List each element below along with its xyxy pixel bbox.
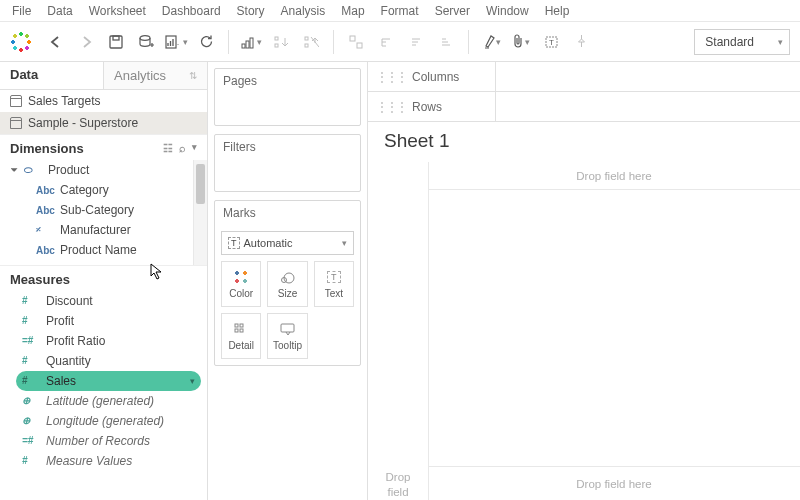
field-product-folder[interactable]: ⏷ ⬭ Product bbox=[0, 160, 207, 180]
tooltip-icon bbox=[280, 321, 295, 337]
back-button[interactable] bbox=[42, 28, 70, 56]
svg-point-2 bbox=[140, 35, 150, 40]
marks-detail-button[interactable]: Detail bbox=[221, 313, 261, 359]
view-canvas[interactable]: Drop field here Dropfield Drop field her… bbox=[368, 162, 800, 500]
svg-rect-10 bbox=[305, 44, 308, 47]
forward-button[interactable] bbox=[72, 28, 100, 56]
sort2-button[interactable] bbox=[402, 28, 430, 56]
text-icon: T bbox=[327, 269, 341, 285]
chevron-down-icon[interactable]: ▾ bbox=[190, 376, 195, 386]
field-manufacturer[interactable]: 𝄎Manufacturer bbox=[0, 220, 207, 240]
menu-dashboard[interactable]: Dashboard bbox=[162, 4, 221, 18]
menu-worksheet[interactable]: Worksheet bbox=[89, 4, 146, 18]
fit-dropdown[interactable]: Standard ▾ bbox=[694, 29, 790, 55]
datasource-sample-superstore[interactable]: Sample - Superstore bbox=[0, 112, 207, 134]
marks-text-button[interactable]: TText bbox=[314, 261, 354, 307]
menu-help[interactable]: Help bbox=[545, 4, 570, 18]
color-icon bbox=[234, 270, 248, 284]
tableau-logo-icon[interactable] bbox=[10, 31, 32, 53]
menu-analysis[interactable]: Analysis bbox=[281, 4, 326, 18]
drop-field-hint: Drop field here bbox=[428, 466, 800, 500]
toolbar: ▾ ▾ ▾ ▾ T Standard ▾ bbox=[0, 22, 800, 62]
chevron-down-icon: ▾ bbox=[342, 238, 347, 248]
svg-rect-13 bbox=[357, 43, 362, 48]
pages-shelf[interactable]: Pages bbox=[214, 68, 361, 126]
labels-button[interactable]: T bbox=[537, 28, 565, 56]
svg-text:T: T bbox=[549, 38, 554, 47]
menu-window[interactable]: Window bbox=[486, 4, 529, 18]
svg-rect-18 bbox=[235, 324, 238, 327]
field-measure-values[interactable]: #Measure Values bbox=[0, 451, 207, 471]
menu-file[interactable]: File bbox=[12, 4, 31, 18]
menu-data[interactable]: Data bbox=[47, 4, 72, 18]
svg-rect-7 bbox=[275, 37, 278, 40]
datasource-icon bbox=[10, 117, 22, 129]
globe-icon: ⊕ bbox=[22, 415, 40, 426]
marks-size-button[interactable]: Size bbox=[267, 261, 307, 307]
field-profit-ratio[interactable]: =#Profit Ratio bbox=[0, 331, 207, 351]
svg-rect-8 bbox=[275, 44, 278, 47]
sort3-button[interactable] bbox=[432, 28, 460, 56]
menu-story[interactable]: Story bbox=[237, 4, 265, 18]
view-pane: ⋮⋮⋮Columns ⋮⋮⋮Rows Sheet 1 Drop field he… bbox=[368, 62, 800, 500]
chevron-down-icon[interactable]: ▾ bbox=[192, 142, 197, 155]
chevron-down-icon: ▾ bbox=[183, 37, 188, 47]
folder-icon: ⬭ bbox=[24, 164, 42, 176]
drop-rows-hint: Dropfield bbox=[376, 470, 420, 500]
marks-tooltip-button[interactable]: Tooltip bbox=[267, 313, 307, 359]
dimensions-header: Dimensions ☷ ⌕ ▾ bbox=[0, 134, 207, 160]
datasource-sales-targets[interactable]: Sales Targets bbox=[0, 90, 207, 112]
tab-analytics[interactable]: Analytics⇅ bbox=[103, 62, 207, 89]
grip-icon: ⋮⋮⋮ bbox=[376, 70, 406, 84]
clip-icon: 𝄎 bbox=[36, 224, 54, 236]
measures-header: Measures bbox=[0, 265, 207, 291]
tab-data[interactable]: Data bbox=[0, 62, 103, 89]
scrollbar[interactable] bbox=[193, 160, 207, 265]
highlight-button[interactable]: ▾ bbox=[477, 28, 505, 56]
filters-shelf[interactable]: Filters bbox=[214, 134, 361, 192]
swap-button[interactable]: ▾ bbox=[237, 28, 265, 56]
menu-bar: File Data Worksheet Dashboard Story Anal… bbox=[0, 0, 800, 22]
field-category[interactable]: AbcCategory bbox=[0, 180, 207, 200]
field-profit[interactable]: #Profit bbox=[0, 311, 207, 331]
new-datasource-button[interactable] bbox=[132, 28, 160, 56]
view-list-icon[interactable]: ☷ bbox=[163, 142, 173, 155]
svg-rect-1 bbox=[113, 36, 119, 40]
new-sheet-button[interactable]: ▾ bbox=[162, 28, 190, 56]
toolbar-divider bbox=[333, 30, 334, 54]
attach-button[interactable]: ▾ bbox=[507, 28, 535, 56]
save-button[interactable] bbox=[102, 28, 130, 56]
fit-dropdown-label: Standard bbox=[705, 35, 754, 49]
sheet-title[interactable]: Sheet 1 bbox=[368, 122, 800, 162]
field-longitude[interactable]: ⊕Longitude (generated) bbox=[0, 411, 207, 431]
marks-card: Marks TAutomatic ▾ Color Size TText Deta… bbox=[214, 200, 361, 366]
field-discount[interactable]: #Discount bbox=[0, 291, 207, 311]
menu-format[interactable]: Format bbox=[381, 4, 419, 18]
field-latitude[interactable]: ⊕Latitude (generated) bbox=[0, 391, 207, 411]
sort-desc-button[interactable] bbox=[297, 28, 325, 56]
group-button[interactable] bbox=[342, 28, 370, 56]
field-product-name[interactable]: AbcProduct Name bbox=[0, 240, 207, 260]
columns-shelf[interactable]: ⋮⋮⋮Columns bbox=[368, 62, 800, 92]
cards-column: Pages Filters Marks TAutomatic ▾ Color S… bbox=[208, 62, 368, 500]
menu-server[interactable]: Server bbox=[435, 4, 470, 18]
menu-map[interactable]: Map bbox=[341, 4, 364, 18]
svg-rect-12 bbox=[350, 36, 355, 41]
pin-button[interactable] bbox=[567, 28, 595, 56]
detail-icon bbox=[234, 321, 248, 337]
size-icon bbox=[279, 269, 295, 285]
sort-asc-button[interactable] bbox=[267, 28, 295, 56]
field-subcategory[interactable]: AbcSub-Category bbox=[0, 200, 207, 220]
mark-type-dropdown[interactable]: TAutomatic ▾ bbox=[221, 231, 354, 255]
search-icon[interactable]: ⌕ bbox=[179, 142, 186, 155]
caret-down-icon: ⏷ bbox=[10, 165, 18, 175]
marks-color-button[interactable]: Color bbox=[221, 261, 261, 307]
rows-shelf[interactable]: ⋮⋮⋮Rows bbox=[368, 92, 800, 122]
field-sales[interactable]: #Sales▾ bbox=[16, 371, 201, 391]
field-number-of-records[interactable]: =#Number of Records bbox=[0, 431, 207, 451]
refresh-button[interactable] bbox=[192, 28, 220, 56]
grip-icon: ⋮⋮⋮ bbox=[376, 100, 406, 114]
field-quantity[interactable]: #Quantity bbox=[0, 351, 207, 371]
toolbar-divider bbox=[468, 30, 469, 54]
showhide-button[interactable] bbox=[372, 28, 400, 56]
